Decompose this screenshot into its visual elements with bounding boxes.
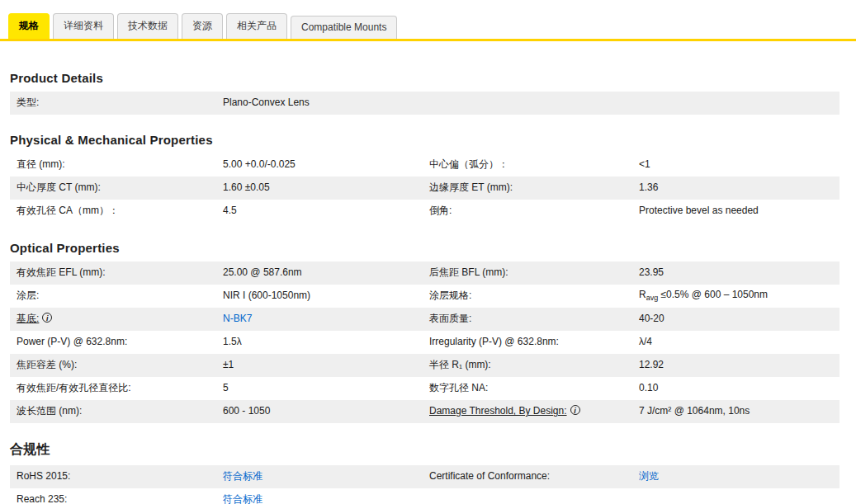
table-row: RoHS 2015: 符合标准 Certificate of Conforman… <box>10 465 839 488</box>
section-title-optical: Optical Properties <box>10 241 846 255</box>
spec-label-fl-tolerance: 焦距容差 (%): <box>10 357 215 374</box>
spec-value-radius: 12.92 <box>631 357 839 374</box>
section-title-compliance: 合规性 <box>10 441 846 459</box>
section-title-physical: Physical & Mechanical Properties <box>10 133 846 147</box>
spec-value-damage-threshold: 7 J/cm² @ 1064nm, 10ns <box>631 403 839 420</box>
spec-label-surface-quality: 表面质量: <box>423 311 631 327</box>
spec-value-na: 0.10 <box>631 380 839 397</box>
reach-compliant-link[interactable]: 符合标准 <box>223 493 262 504</box>
spec-label-center-thickness: 中心厚度 CT (mm): <box>10 180 215 196</box>
tab-bar: 规格 详细资料 技术数据 资源 相关产品 Compatible Mounts <box>0 0 856 41</box>
table-row: 有效孔径 CA（mm）： 4.5 倒角: Protective bevel as… <box>10 200 839 223</box>
info-icon[interactable] <box>42 313 52 323</box>
spec-label-type: 类型: <box>10 95 215 111</box>
tab-resources[interactable]: 资源 <box>182 13 223 39</box>
spec-value-certificate: 浏览 <box>631 469 839 485</box>
spec-value-irregularity: λ/4 <box>631 334 839 351</box>
spec-label-irregularity: Irregularity (P-V) @ 632.8nm: <box>423 334 631 351</box>
substrate-link[interactable]: N-BK7 <box>223 313 252 324</box>
tab-compatible-mounts[interactable]: Compatible Mounts <box>291 16 397 39</box>
rohs-compliant-link[interactable]: 符合标准 <box>223 470 262 482</box>
table-row: Power (P-V) @ 632.8nm: 1.5λ Irregularity… <box>10 331 839 354</box>
spec-label-reach: Reach 235: <box>10 492 215 504</box>
spec-label-bfl: 后焦距 BFL (mm): <box>423 265 631 281</box>
spec-value-centering: <1 <box>631 157 839 173</box>
spec-value-wavelength-range: 600 - 1050 <box>215 403 423 420</box>
spec-value-type: Plano-Convex Lens <box>215 95 423 111</box>
certificate-view-link[interactable]: 浏览 <box>639 470 659 482</box>
spec-content: Product Details 类型: Plano-Convex Lens Ph… <box>0 71 856 504</box>
compliance-table: RoHS 2015: 符合标准 Certificate of Conforman… <box>10 465 839 504</box>
spec-value-coating-spec: Ravg ≤0.5% @ 600 – 1050nm <box>631 287 839 305</box>
tab-technical-data[interactable]: 技术数据 <box>117 13 178 39</box>
spec-value-coating: NIR I (600-1050nm) <box>215 288 423 304</box>
spec-label-fl-ca-ratio: 有效焦距/有效孔径直径比: <box>10 380 215 397</box>
spec-label-centering: 中心偏（弧分）： <box>423 157 631 173</box>
spec-label-wavelength-range: 波长范围 (nm): <box>10 403 215 420</box>
spec-value-power: 1.5λ <box>215 334 423 351</box>
table-row: 基底: N-BK7 表面质量: 40-20 <box>10 308 839 331</box>
spec-label-certificate: Certificate of Conformance: <box>423 469 631 485</box>
spec-label-efl: 有效焦距 EFL (mm): <box>10 265 215 281</box>
spec-label-diameter: 直径 (mm): <box>10 157 215 173</box>
tab-details[interactable]: 详细资料 <box>53 13 114 39</box>
table-row: 类型: Plano-Convex Lens <box>10 92 839 115</box>
tab-specs[interactable]: 规格 <box>8 13 50 39</box>
tab-related-products[interactable]: 相关产品 <box>226 13 287 39</box>
info-icon[interactable] <box>570 405 580 415</box>
spec-label-coating: 涂层: <box>10 288 215 304</box>
spec-value-fl-ca-ratio: 5 <box>215 380 423 397</box>
product-details-table: 类型: Plano-Convex Lens <box>10 92 839 115</box>
table-row: 中心厚度 CT (mm): 1.60 ±0.05 边缘厚度 ET (mm): 1… <box>10 177 839 200</box>
spec-value-edge-thickness: 1.36 <box>631 180 839 196</box>
spec-label-rohs: RoHS 2015: <box>10 469 215 485</box>
spec-value-substrate: N-BK7 <box>215 311 423 327</box>
spec-label-damage-threshold: Damage Threshold, By Design: <box>423 403 631 420</box>
spec-value-bfl: 23.95 <box>631 265 839 281</box>
spec-value-reach: 符合标准 <box>215 492 423 504</box>
spec-value-fl-tolerance: ±1 <box>215 357 423 374</box>
table-row: Reach 235: 符合标准 <box>10 488 839 504</box>
section-title-product-details: Product Details <box>10 71 846 85</box>
spec-value-bevel: Protective bevel as needed <box>631 203 839 219</box>
table-row: 有效焦距/有效孔径直径比: 5 数字孔径 NA: 0.10 <box>10 377 839 400</box>
spec-label-coating-spec: 涂层规格: <box>423 288 631 304</box>
table-row: 涂层: NIR I (600-1050nm) 涂层规格: Ravg ≤0.5% … <box>10 285 839 308</box>
table-row: 波长范围 (nm): 600 - 1050 Damage Threshold, … <box>10 400 839 423</box>
optical-table: 有效焦距 EFL (mm): 25.00 @ 587.6nm 后焦距 BFL (… <box>10 261 839 423</box>
spec-value-efl: 25.00 @ 587.6nm <box>215 265 423 281</box>
spec-label-power: Power (P-V) @ 632.8nm: <box>10 334 215 351</box>
physical-table: 直径 (mm): 5.00 +0.0/-0.025 中心偏（弧分）： <1 中心… <box>10 153 839 223</box>
table-row: 直径 (mm): 5.00 +0.0/-0.025 中心偏（弧分）： <1 <box>10 153 839 177</box>
spec-label-edge-thickness: 边缘厚度 ET (mm): <box>423 180 631 196</box>
spec-label-radius: 半径 R₁ (mm): <box>423 357 631 374</box>
spec-value-rohs: 符合标准 <box>215 469 423 485</box>
spec-value-clear-aperture: 4.5 <box>215 203 423 219</box>
spec-value-diameter: 5.00 +0.0/-0.025 <box>215 157 423 173</box>
spec-label-substrate: 基底: <box>10 311 215 327</box>
table-row: 焦距容差 (%): ±1 半径 R₁ (mm): 12.92 <box>10 354 839 377</box>
spec-value-center-thickness: 1.60 ±0.05 <box>215 180 423 196</box>
table-row: 有效焦距 EFL (mm): 25.00 @ 587.6nm 后焦距 BFL (… <box>10 261 839 285</box>
spec-label-na: 数字孔径 NA: <box>423 380 631 397</box>
spec-value-surface-quality: 40-20 <box>631 311 839 327</box>
spec-label-bevel: 倒角: <box>423 203 631 219</box>
spec-label-clear-aperture: 有效孔径 CA（mm）： <box>10 203 215 219</box>
